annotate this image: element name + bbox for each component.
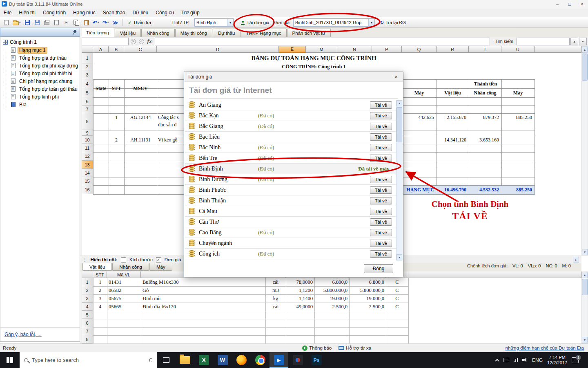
search-up-button[interactable]: ▲ <box>570 38 578 45</box>
bcell-qty[interactable]: 49,0000 <box>286 303 314 311</box>
pin-icon[interactable] <box>71 29 77 36</box>
header-stt-cell[interactable]: STT <box>109 79 124 97</box>
btab-nhan-cong[interactable]: Nhân công <box>112 263 149 271</box>
bcell-p1[interactable]: 6.800,0 <box>314 278 349 286</box>
bcell-name[interactable]: Gỗ <box>143 286 265 294</box>
bcol-header-ma-vl[interactable]: Mã VL <box>107 272 141 278</box>
firefox-button[interactable] <box>232 352 251 368</box>
bcell-unit[interactable]: kg <box>265 294 286 303</box>
province-row-ben-tre[interactable]: Bến Tre (Đã có) Tải về <box>185 153 396 164</box>
download-button[interactable]: Tải về <box>370 197 392 204</box>
download-button[interactable]: Tải về <box>370 155 392 162</box>
tham-tra-button[interactable]: ✓ Thẩm tra <box>125 18 154 27</box>
row-header-5[interactable]: 5 <box>82 88 93 97</box>
tree-item-tong-hop-chi-phi-xay-dung[interactable]: Tổng hợp chi phí xây dựng <box>0 62 80 70</box>
scroll-up-icon[interactable]: ▲ <box>582 47 588 53</box>
volume-icon[interactable] <box>522 358 528 362</box>
tab-phan-tich-vat-tu[interactable]: Phân tích vật tư <box>287 29 331 37</box>
header-state-cell[interactable]: State <box>93 79 109 97</box>
main-vertical-scrollbar[interactable]: ▲ ▼ <box>581 46 588 256</box>
column-header-C[interactable]: C <box>124 46 157 53</box>
close-button[interactable]: × <box>576 0 588 8</box>
menu-file[interactable]: File <box>0 8 15 17</box>
bcell-code[interactable]: 06582 <box>109 286 140 294</box>
cell-T16[interactable]: 4.532.532 <box>469 185 501 194</box>
download-button[interactable]: Tải về <box>370 218 392 226</box>
column-header-T[interactable]: T <box>469 46 501 53</box>
bcell-qty[interactable]: 1,1200 <box>286 286 314 294</box>
dialog-scrollbar[interactable]: ▲ ▼ <box>396 100 403 260</box>
download-button[interactable]: Tải về <box>370 112 392 119</box>
print-preview-button[interactable] <box>52 18 61 27</box>
bcell-code[interactable]: 01431 <box>109 278 140 286</box>
bcell-c[interactable]: C <box>386 278 408 286</box>
hscroll-right-icon[interactable]: ► <box>573 257 579 263</box>
brow-header-8[interactable]: 8 <box>82 335 93 343</box>
scroll-thumb[interactable] <box>582 279 588 295</box>
brow-header-3[interactable]: 3 <box>82 294 93 303</box>
row-header-7[interactable]: 7 <box>82 105 93 113</box>
tra-lai-dg-button[interactable]: ↻ Tra lại ĐG <box>377 18 409 27</box>
tree-item-bia[interactable]: Bìa <box>0 101 80 108</box>
menu-du-lieu[interactable]: Dữ liệu <box>129 8 152 17</box>
taskbar-clock[interactable]: 7:14 PM 12/2/2017 <box>547 355 567 366</box>
row-header-1[interactable]: 1 <box>82 53 93 63</box>
column-header-U[interactable]: U <box>501 46 535 53</box>
brow-header-5[interactable]: 5 <box>82 311 93 319</box>
row-header-2[interactable]: 2 <box>82 63 93 70</box>
cell-U8[interactable]: 885.250 <box>501 113 534 121</box>
bcell-qty[interactable]: 1,1400 <box>286 294 314 303</box>
download-button[interactable]: Tải về <box>370 250 392 258</box>
paste-button[interactable] <box>82 18 91 27</box>
bcell-name[interactable]: Đinh đĩa f6x120 <box>143 303 265 311</box>
feedback-link[interactable]: Góp ý, báo lỗi, ... <box>4 332 42 337</box>
bcell-p2[interactable]: 19.000,0 <box>349 294 386 303</box>
tree-item-tong-hop-chi-phi-thiet-bi[interactable]: Tổng hợp chi phí thiết bị <box>0 70 80 77</box>
file-explorer-button[interactable] <box>176 352 194 368</box>
scroll-down-icon[interactable]: ▼ <box>582 337 588 343</box>
province-row-binh-dinh[interactable]: Bình Định (Đã có) Đã tải về máy. <box>185 164 396 174</box>
bcell-c[interactable]: C <box>386 294 408 303</box>
cell-B10[interactable]: 2 <box>109 136 124 144</box>
minimize-button[interactable]: – <box>551 0 564 8</box>
network-icon[interactable] <box>514 358 518 362</box>
menu-cong-cu[interactable]: Công cụ <box>152 8 178 17</box>
cell-C10[interactable]: AH.11131 <box>124 136 157 144</box>
language-indicator[interactable]: ENG <box>532 357 543 363</box>
province-row-chuyen-nganh[interactable]: Chuyên ngành Tải về <box>185 238 396 249</box>
cell-B8[interactable]: 1 <box>109 113 124 121</box>
bcell-qty[interactable]: 78,0000 <box>286 278 314 286</box>
bcol-header-stt[interactable]: STT <box>93 272 107 278</box>
btab-may[interactable]: Máy <box>149 263 172 271</box>
download-button[interactable]: Tải về <box>370 208 392 215</box>
province-row-ca-mau[interactable]: Cà Mau Tải về <box>185 206 396 217</box>
tree-root-cong-trinh[interactable]: Công trình 1 <box>0 37 80 46</box>
download-button[interactable]: Tải về <box>370 101 392 109</box>
row-header-15[interactable]: 15 <box>82 177 93 185</box>
task-view-button[interactable] <box>157 352 176 368</box>
cell-U16[interactable]: 885.250 <box>501 185 534 194</box>
tree-item-tong-hop-kinh-phi[interactable]: Tổng hợp kinh phí <box>0 93 80 101</box>
column-header-B[interactable]: B <box>109 46 124 53</box>
chrome-button[interactable] <box>251 352 270 368</box>
cell-T8[interactable]: 879.372 <box>469 113 501 121</box>
download-button[interactable]: Tải về <box>370 133 392 141</box>
corner-header[interactable] <box>82 272 93 278</box>
column-header-M[interactable]: M <box>306 46 337 53</box>
action-center-icon[interactable]: 1 <box>572 357 579 363</box>
name-box[interactable] <box>81 38 129 45</box>
row-header-6[interactable]: 6 <box>82 97 93 105</box>
download-button[interactable]: Tải về <box>370 229 392 236</box>
excel-button[interactable]: X <box>194 352 213 368</box>
bcell-p1[interactable]: 19.000,0 <box>314 294 349 303</box>
start-button[interactable] <box>0 352 20 368</box>
cell-C8[interactable]: AG.12144 <box>124 113 157 121</box>
tab-vat-lieu[interactable]: Vật liệu <box>115 29 141 37</box>
tree-item-chi-phi-hang-muc-chung[interactable]: Chi phí hạng mục chung <box>0 77 80 85</box>
tab-thkp-hang-muc[interactable]: THKP Hạng mục <box>241 29 287 37</box>
download-button[interactable]: Tải về <box>370 186 392 194</box>
bcell-p1[interactable]: 2.500,0 <box>314 303 349 311</box>
province-row-bac-ninh[interactable]: Bắc Ninh (Đã có) Tải về <box>185 142 396 153</box>
scroll-thumb[interactable] <box>396 107 402 142</box>
bcell-c[interactable]: C <box>386 303 408 311</box>
